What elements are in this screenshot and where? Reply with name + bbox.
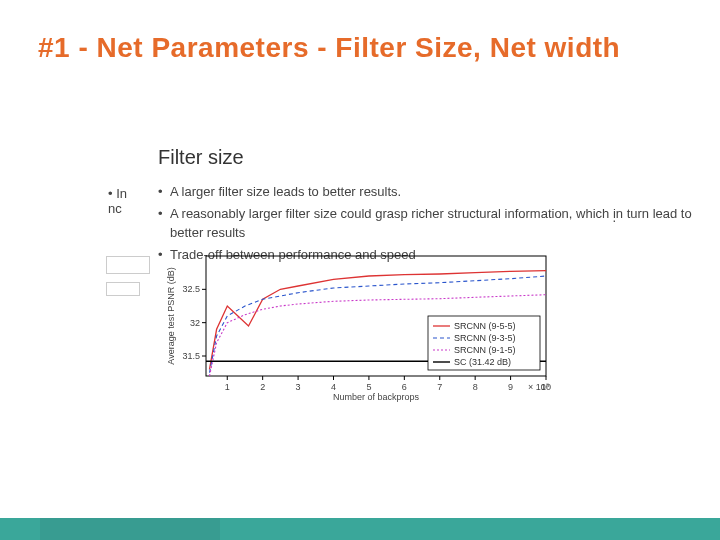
svg-text:31.5: 31.5 [182,351,200,361]
list-item-text: A larger filter size leads to better res… [170,182,401,202]
svg-text:7: 7 [437,382,442,392]
svg-text:32.5: 32.5 [182,284,200,294]
svg-text:SRCNN (9-3-5): SRCNN (9-3-5) [454,333,516,343]
svg-text:8: 8 [473,382,478,392]
svg-text:SC (31.42 dB): SC (31.42 dB) [454,357,511,367]
svg-text:SRCNN (9-1-5): SRCNN (9-1-5) [454,345,516,355]
footer-overlay [40,518,220,540]
bg-text-1: • In [108,186,127,201]
list-item-text: A reasonably larger filter size could gr… [170,204,720,243]
background-box-fragment-2 [106,282,140,296]
svg-text:4: 4 [331,382,336,392]
list-item: •A larger filter size leads to better re… [158,182,720,202]
svg-text:1: 1 [225,382,230,392]
section-subtitle: Filter size [158,146,244,169]
background-box-fragment [106,256,150,274]
chart-xlabel: Number of backprops [333,392,420,402]
bg-text-2: nc [108,201,122,216]
svg-text:3: 3 [296,382,301,392]
list-item: •A reasonably larger filter size could g… [158,204,720,243]
chart-x-exponent: × 10⁵ [528,382,550,392]
chart-y-ticks: 31.53232.5 [182,284,206,361]
chart-svg: 31.53232.5 12345678910 Average test PSNR… [158,248,560,408]
svg-text:32: 32 [190,318,200,328]
chart-ylabel: Average test PSNR (dB) [166,267,176,364]
chart-x-ticks: 12345678910 [225,376,551,392]
svg-text:SRCNN (9-5-5): SRCNN (9-5-5) [454,321,516,331]
page-title: #1 - Net Parameters - Filter Size, Net w… [38,32,620,64]
chart-legend: SRCNN (9-5-5)SRCNN (9-3-5)SRCNN (9-1-5)S… [428,316,540,370]
background-text-fragment: • In nc [108,186,127,216]
svg-text:9: 9 [508,382,513,392]
svg-text:2: 2 [260,382,265,392]
psnr-vs-backprops-chart: 31.53232.5 12345678910 Average test PSNR… [158,248,560,408]
svg-text:6: 6 [402,382,407,392]
svg-text:5: 5 [366,382,371,392]
